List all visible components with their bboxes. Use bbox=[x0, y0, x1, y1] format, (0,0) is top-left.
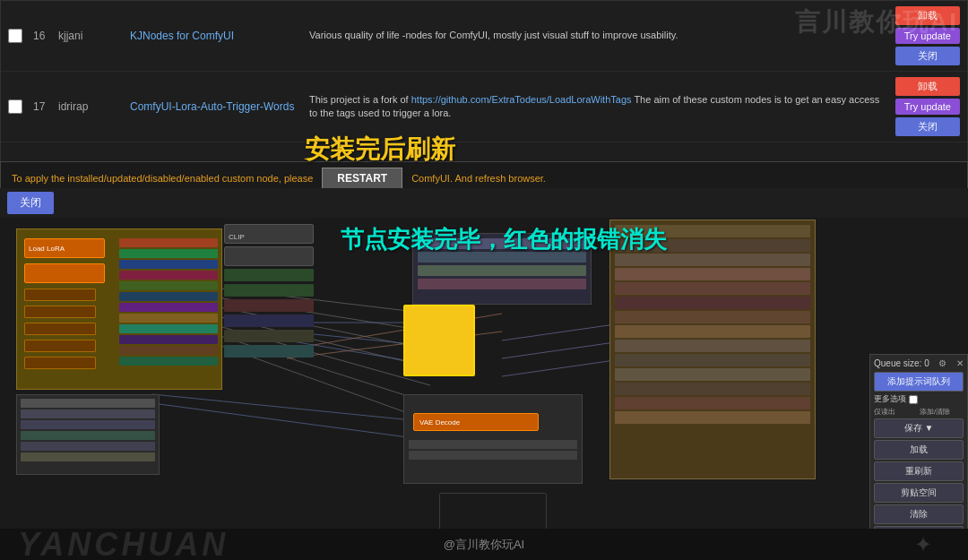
add-clear-label: 添加/清除 bbox=[920, 407, 964, 417]
node-group-bottom-center: VAE Decode bbox=[403, 394, 583, 484]
close-btn-2[interactable]: 关闭 bbox=[895, 117, 960, 136]
watermark-center: @言川教你玩AI bbox=[444, 537, 524, 553]
canvas-node-yellow-bright[interactable] bbox=[403, 305, 475, 376]
restart-link-text: ComfyUI. And refresh browser. bbox=[411, 173, 546, 184]
canvas-node-orange-4[interactable] bbox=[24, 306, 96, 318]
more-options-checkbox[interactable] bbox=[909, 395, 918, 404]
canvas-node-orange-3[interactable] bbox=[24, 289, 96, 301]
canvas-node-orange-2[interactable] bbox=[24, 263, 105, 283]
plugin-name-1[interactable]: KJNodes for ComfyUI bbox=[130, 30, 309, 42]
plugin-author-1: kjjani bbox=[58, 30, 130, 42]
middle-node-cluster: CLIP bbox=[224, 224, 314, 376]
load-button[interactable]: 加载 bbox=[874, 440, 964, 460]
canvas-node-orange-6[interactable] bbox=[24, 340, 96, 352]
svg-line-18 bbox=[152, 403, 421, 439]
svg-line-13 bbox=[502, 340, 627, 358]
more-options-label: 更多选项 bbox=[874, 393, 906, 405]
plugin-num-2: 17 bbox=[33, 100, 58, 113]
close-btn-1[interactable]: 关闭 bbox=[895, 47, 960, 65]
plugin-num-1: 16 bbox=[33, 30, 58, 42]
plugin-checkbox-2[interactable] bbox=[8, 99, 22, 114]
queue-settings-icon[interactable]: ⚙ bbox=[938, 358, 946, 368]
annotation-nodes-text: 节点安装完毕，红色的报错消失 bbox=[341, 224, 667, 255]
canvas-node-orange-5[interactable] bbox=[24, 323, 96, 335]
load-default-button[interactable]: 加载默认 bbox=[874, 526, 964, 529]
canvas-node-orange-7[interactable] bbox=[24, 357, 96, 369]
plugin-desc-2: This project is a fork of https://github… bbox=[309, 93, 888, 121]
clip-button[interactable]: 剪贴空间 bbox=[874, 483, 964, 503]
plugin-row-2: 17 idrirap ComfyUI-Lora-Auto-Trigger-Wor… bbox=[1, 72, 967, 142]
plugin-author-2: idrirap bbox=[58, 100, 130, 113]
restart-button[interactable]: RESTART bbox=[322, 168, 402, 189]
try-update-btn-2[interactable]: Try update bbox=[895, 99, 960, 115]
add-queue-button[interactable]: 添加提示词队列 bbox=[874, 372, 964, 392]
canvas-node-orange-1[interactable]: Load LoRA bbox=[24, 238, 105, 258]
watermark-top-right: 言川教你玩AI bbox=[795, 5, 958, 39]
plugin-link-2[interactable]: https://github.com/ExtraTodeus/LoadLoraW… bbox=[411, 94, 632, 105]
refresh-button[interactable]: 重刷新 bbox=[874, 461, 964, 481]
clear-button[interactable]: 清除 bbox=[874, 504, 964, 524]
svg-line-12 bbox=[502, 323, 627, 340]
node-group-yellow: Load LoRA bbox=[16, 228, 222, 390]
canvas-node-strips bbox=[119, 238, 218, 382]
svg-line-14 bbox=[502, 358, 627, 376]
queue-title: Queue size: 0 ⚙ ✕ bbox=[874, 358, 964, 368]
plugin-name-2[interactable]: ComfyUI-Lora-Auto-Trigger-Words bbox=[130, 100, 309, 113]
canvas-node-dark-bottom[interactable] bbox=[439, 493, 547, 529]
bottom-bar: YANCHUAN @言川教你玩AI ✦ bbox=[0, 529, 968, 560]
node-group-gray-left bbox=[16, 394, 160, 475]
watermark-right-icon: ✦ bbox=[914, 532, 932, 557]
svg-line-17 bbox=[152, 394, 421, 421]
watermark-left: YANCHUAN bbox=[18, 526, 229, 561]
uninstall-btn-2[interactable]: 卸载 bbox=[895, 77, 960, 96]
node-group-brown-right bbox=[609, 220, 816, 479]
restart-info-text: To apply the installed/updated/disabled/… bbox=[12, 173, 313, 184]
node-canvas[interactable]: Load LoRA bbox=[0, 215, 968, 529]
save-button[interactable]: 保存 ▼ bbox=[874, 418, 964, 438]
plugin-actions-2: 卸载 Try update 关闭 bbox=[895, 77, 960, 136]
plugin-checkbox-1[interactable] bbox=[8, 29, 22, 43]
read-label: 仅读出 bbox=[874, 407, 918, 417]
close-bar: 关闭 bbox=[0, 188, 968, 218]
queue-panel: Queue size: 0 ⚙ ✕ 添加提示词队列 更多选项 仅读出 添加/清除… bbox=[869, 354, 968, 529]
annotation-refresh-text: 安装完后刷新 bbox=[305, 133, 455, 167]
queue-close-icon[interactable]: ✕ bbox=[956, 358, 964, 368]
close-panel-button[interactable]: 关闭 bbox=[7, 192, 54, 214]
